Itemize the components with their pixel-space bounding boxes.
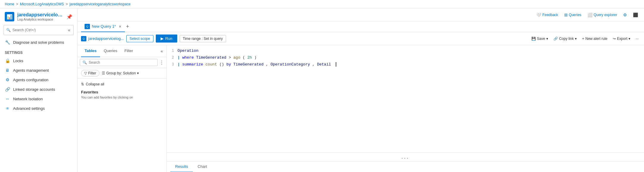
export-icon: ↪ [613,37,616,41]
sidebar-item-advanced-settings[interactable]: ≡ Advanced settings [0,104,77,113]
breadcrumb-home[interactable]: Home [5,2,14,6]
settings-section-label: Settings [0,47,77,56]
layout-button[interactable]: ⬛ [631,11,640,18]
line-code-1: Operation [178,48,198,54]
layout-icon: ⬛ [633,12,638,17]
scope-icon: Q [81,36,86,41]
sidebar-subtitle: Log Analytics workspace [17,18,63,21]
tab-new-query-1[interactable]: Q New Query 1* × [81,21,125,32]
diagnose-icon: 🔧 [5,40,10,45]
save-button[interactable]: 💾 Save ▾ [530,35,550,42]
save-icon: 💾 [531,37,536,41]
group-by-chevron-icon: ▾ [137,71,139,75]
breadcrumb-sep2: > [66,2,68,6]
sidebar-item-diagnose[interactable]: 🔧 Diagnose and solve problems [0,37,77,47]
editor-line-2: 2 | where TimeGenerated > ago ( 2h ) [167,54,644,61]
results-tab-chart[interactable]: Chart [193,162,212,172]
tab-bar: Q New Query 1* × + [77,21,644,32]
queries-button[interactable]: ⊞ Queries [562,11,584,18]
copy-link-chevron-icon: ▾ [575,37,577,41]
query-toolbar-right: 💾 Save ▾ 🔗 Copy link ▾ + New alert rule … [530,35,640,42]
panel-tabs: Tables Queries Filter « [77,45,167,57]
line-code-2: | where TimeGenerated > ago ( 2h ) [178,55,256,61]
tab-close-button[interactable]: × [119,24,121,29]
export-button[interactable]: ↪ Export ▾ [611,35,632,42]
run-button[interactable]: ▶ Run [156,35,177,43]
panel-tab-queries[interactable]: Queries [100,45,121,57]
editor-area: 1 Operation 2 | where TimeGenerated > a [167,45,644,172]
queries-icon: ⊞ [564,12,568,17]
pin-icon[interactable]: 📌 [66,14,72,20]
query-explorer-button[interactable]: ⬜ Query explorer [585,11,620,18]
more-icon: ··· [636,37,639,41]
sidebar-item-agents-management[interactable]: 🖥 Agents management [0,65,77,75]
panel-search-wrap: 🔍 [80,59,158,66]
run-icon: ▶ [161,36,164,41]
line-number-2: 2 [167,55,178,61]
collapse-all-icon: ⇅ [81,82,84,86]
panel-filter-bar: ▽ Filter ☰ Group by: Solution ▾ [77,68,167,79]
filter-button[interactable]: ▽ Filter [81,70,99,76]
sidebar-item-locks[interactable]: 🔒 Locks [0,56,77,65]
group-by-icon: ☰ [102,71,105,75]
results-dots-area: ... [167,152,644,161]
panel-tab-filter[interactable]: Filter [121,45,137,57]
new-alert-icon: + [582,37,584,41]
agents-config-icon: ⚙ [5,77,10,82]
search-input[interactable] [13,28,66,32]
panel-more-button[interactable]: ⋮ [159,60,164,65]
sidebar-item-network-isolation[interactable]: ↔ Network Isolation [0,94,77,104]
new-alert-button[interactable]: + New alert rule [580,35,609,42]
sidebar-item-agents-configuration[interactable]: ⚙ Agents configuration [0,75,77,85]
locks-icon: 🔒 [5,58,10,63]
panel-search-bar: 🔍 ⋮ [77,57,167,68]
tab-query-icon: Q [85,24,90,29]
panel-search-icon: 🔍 [83,60,87,65]
breadcrumb: Home > Microsoft.LogAnalyticsOMS > jared… [0,0,644,8]
time-range-button[interactable]: Time range : Set in query [180,35,226,42]
sidebar-scroll: 🔧 Diagnose and solve problems Settings 🔒… [0,37,77,172]
line-number-3: 3 [167,62,178,68]
sidebar: 📊 jaredappserviceloganalyticsworkspace |… [0,8,77,172]
copy-link-button[interactable]: 🔗 Copy link ▾ [552,35,578,42]
panel-tab-tables[interactable]: Tables [81,45,100,57]
scope-name[interactable]: jaredappservicelog... [88,36,124,41]
feedback-icon: 🤍 [536,12,541,17]
results-tab-results[interactable]: Results [170,162,193,172]
gear-icon: ⚙ [623,12,627,17]
advanced-settings-icon: ≡ [5,106,10,111]
sidebar-logo: 📊 [5,12,14,21]
breadcrumb-sep1: > [16,2,18,6]
group-by-button[interactable]: ☰ Group by: Solution ▾ [102,71,139,75]
editor[interactable]: 1 Operation 2 | where TimeGenerated > a [167,45,644,152]
query-toolbar: Q jaredappservicelog... Select scope ▶ R… [77,32,644,45]
breadcrumb-current[interactable]: jaredappserviceloganalyticsworkspace [69,2,130,6]
line-number-1: 1 [167,48,178,54]
feedback-button[interactable]: 🤍 Feedback [534,11,561,18]
more-button[interactable]: ··· [634,35,640,42]
favorites-section-header: Favorites [81,90,163,94]
save-chevron-icon: ▾ [546,37,548,41]
content-area: 🤍 Feedback ⊞ Queries ⬜ Query explorer ⚙ … [77,8,644,172]
top-toolbar: 🤍 Feedback ⊞ Queries ⬜ Query explorer ⚙ … [77,8,644,21]
copy-link-icon: 🔗 [553,37,558,41]
search-icon: 🔍 [6,28,11,32]
sidebar-title-block: jaredappserviceloganalyticsworkspace | L… [17,12,63,21]
tab-add-button[interactable]: + [126,24,129,30]
scope-area: Q jaredappservicelog... [81,36,124,41]
results-bar: Results Chart [167,161,644,172]
sidebar-collapse-button[interactable]: « [67,26,71,34]
filter-icon: ▽ [84,71,87,75]
select-scope-button[interactable]: Select scope [126,35,153,42]
network-isolation-icon: ↔ [5,96,10,101]
collapse-all-button[interactable]: ⇅ Collapse all [81,81,104,87]
line-code-3: | summarize count () by TimeGenerated , … [178,62,336,68]
settings-button[interactable]: ⚙ [621,11,629,18]
query-explorer-icon: ⬜ [587,12,592,17]
panel-search-input[interactable] [89,60,155,65]
sidebar-item-linked-storage[interactable]: 🔗 Linked storage accounts [0,85,77,94]
breadcrumb-parent[interactable]: Microsoft.LogAnalyticsOMS [20,2,64,6]
sidebar-title: jaredappserviceloganalyticsworkspace | L… [17,12,63,18]
panel-collapse-button[interactable]: « [161,49,163,54]
panel-content: ⇅ Collapse all Favorites You can add fav… [77,79,167,172]
